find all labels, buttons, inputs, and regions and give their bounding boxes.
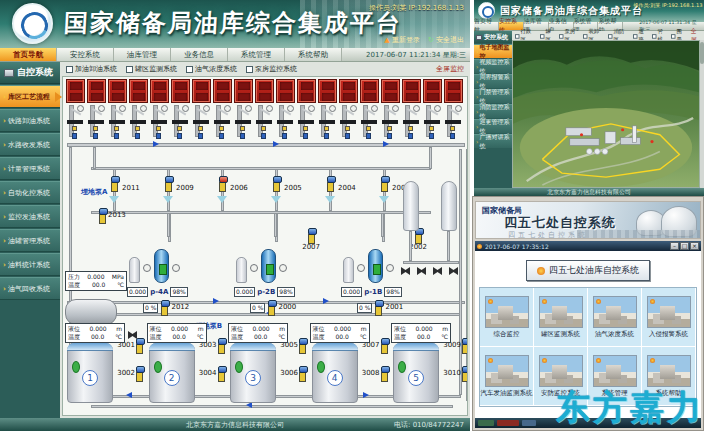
- sidebar-item[interactable]: › 周界报警系统: [474, 74, 512, 88]
- sidebar-item[interactable]: › 广播对讲系统: [474, 134, 512, 148]
- loading-arm[interactable]: [150, 105, 169, 143]
- loading-arm[interactable]: [255, 105, 274, 143]
- taskbar-item[interactable]: [522, 420, 536, 426]
- manual-valve-icon[interactable]: [417, 267, 426, 275]
- close-button[interactable]: [690, 242, 699, 250]
- map-scrollbar[interactable]: [700, 40, 704, 188]
- layer-checkbox[interactable]: 油气浓度系统: [186, 64, 237, 74]
- loading-arm[interactable]: [276, 105, 295, 143]
- loading-arm[interactable]: [66, 105, 85, 143]
- loading-arm[interactable]: [192, 105, 211, 143]
- loading-arm[interactable]: [297, 105, 316, 143]
- nav-tab[interactable]: 首页导航: [0, 48, 57, 61]
- sidebar-item[interactable]: › 消防监控系统: [474, 104, 512, 118]
- layer-checkbox[interactable]: 加油卸油系统: [66, 64, 117, 74]
- discharge-valve[interactable]: 0 % 2012: [143, 299, 189, 316]
- motor-valve[interactable]: 2006: [215, 169, 245, 211]
- nav-tab[interactable]: 系统管理: [228, 48, 285, 61]
- checkbox-icon[interactable]: [540, 33, 545, 38]
- nav-tab[interactable]: 首页导航: [474, 22, 499, 30]
- checkbox-icon[interactable]: [652, 33, 657, 38]
- side-valve[interactable]: 2007: [302, 227, 320, 251]
- relogin-link[interactable]: ▲ 重新登录: [384, 35, 420, 45]
- checkbox-icon[interactable]: [671, 33, 676, 38]
- taskbar-item[interactable]: [478, 420, 494, 426]
- loading-arm[interactable]: [381, 105, 400, 143]
- checkbox-icon[interactable]: [559, 33, 564, 38]
- sidebar-item[interactable]: › 铁路卸油系统: [0, 109, 60, 132]
- nav-tab[interactable]: 系统帮助: [285, 48, 342, 61]
- storage-tank-unit[interactable]: 液位0.000m 温度00.0℃ 4 3007: [310, 323, 388, 416]
- tank-outlet-valve[interactable]: 3006: [280, 365, 306, 382]
- fullscreen-link[interactable]: 全屏监控: [436, 64, 464, 74]
- checkbox-icon[interactable]: [515, 33, 520, 38]
- nav-tab[interactable]: 油库管理: [114, 48, 171, 61]
- sidebar-item[interactable]: › 电子地图监控: [474, 44, 512, 58]
- sidebar-item[interactable]: › 油气回收系统: [0, 277, 60, 300]
- maximize-button[interactable]: [680, 242, 689, 250]
- loading-arm[interactable]: [423, 105, 442, 143]
- sidebar-item[interactable]: › 油罐管理系统: [0, 229, 60, 252]
- system-tile[interactable]: 入侵报警系统: [642, 288, 696, 347]
- checkbox-icon[interactable]: [186, 66, 193, 73]
- sidebar-item[interactable]: › 自动化控系统: [0, 181, 60, 204]
- storage-tank-unit[interactable]: 液位0.000m 温度00.0℃ 5 3009: [391, 323, 468, 416]
- taskbar-item[interactable]: [497, 420, 519, 426]
- discharge-valve[interactable]: 0 % 2001: [357, 299, 403, 316]
- loading-arm[interactable]: [171, 105, 190, 143]
- tank-outlet-valve[interactable]: 3008: [362, 365, 388, 382]
- checkbox-icon[interactable]: [583, 33, 588, 38]
- pump-station[interactable]: 0.000 p-4A 98% 0 % 2012: [127, 225, 213, 317]
- loading-arm[interactable]: [213, 105, 232, 143]
- sidebar-item[interactable]: › 门禁管理系统: [474, 89, 512, 103]
- loading-arm[interactable]: [234, 105, 253, 143]
- depot-system-button[interactable]: 四五七处油库自控系统: [526, 260, 650, 281]
- layer-checkbox[interactable]: 罐区监测系统: [126, 64, 177, 74]
- sidebar-item[interactable]: › 库区工艺流程: [0, 85, 60, 108]
- loading-arm[interactable]: [318, 105, 337, 143]
- sidebar-item[interactable]: › 水路收发系统: [0, 133, 60, 156]
- system-tile[interactable]: 汽车发油监测系统: [480, 347, 534, 406]
- motor-valve[interactable]: 2013: [99, 207, 126, 224]
- nav-tab[interactable]: 安控系统: [57, 48, 114, 61]
- manual-valve-icon[interactable]: [449, 267, 458, 275]
- terrain-map-view[interactable]: [512, 40, 700, 188]
- minimize-button[interactable]: [670, 242, 679, 250]
- sidebar-item[interactable]: › 计量管理系统: [0, 157, 60, 180]
- checkbox-icon[interactable]: [126, 66, 133, 73]
- motor-valve[interactable]: 2005: [269, 169, 299, 211]
- pump-station[interactable]: 2007 0.000 p-2B: [234, 225, 320, 317]
- checkbox-icon[interactable]: [608, 33, 613, 38]
- loading-arm[interactable]: [360, 105, 379, 143]
- loading-arm[interactable]: [339, 105, 358, 143]
- loading-arm[interactable]: [444, 105, 463, 143]
- tank-outlet-valve[interactable]: 3010: [443, 365, 468, 382]
- sidebar-item[interactable]: › 监控发油系统: [0, 205, 60, 228]
- sidebar-item[interactable]: › 油料统计系统: [0, 253, 60, 276]
- manual-valve-icon[interactable]: [433, 267, 442, 275]
- system-tile[interactable]: 油气浓度系统: [588, 288, 642, 347]
- motor-valve[interactable]: 2004: [323, 169, 353, 211]
- storage-tank-unit[interactable]: 液位0.000m 温度00.0℃ 3 3005: [228, 323, 306, 416]
- storage-tank-unit[interactable]: 液位0.000m 温度00.0℃ 1 3001: [65, 323, 143, 416]
- sidebar-item[interactable]: › 巡更管理系统: [474, 119, 512, 133]
- loading-arm[interactable]: [108, 105, 127, 143]
- tank-outlet-valve[interactable]: 3004: [199, 365, 225, 382]
- checkbox-icon[interactable]: [633, 33, 638, 38]
- checkbox-icon[interactable]: [246, 66, 253, 73]
- sidebar-item[interactable]: › 视频监控系统: [474, 59, 512, 73]
- loading-arm[interactable]: [129, 105, 148, 143]
- nav-tab[interactable]: 业务信息: [171, 48, 228, 61]
- storage-tank-unit[interactable]: 液位0.000m 温度00.0℃ 2 3003: [147, 323, 225, 416]
- discharge-valve[interactable]: 0 % 2000: [250, 299, 296, 316]
- manual-valve-icon[interactable]: [401, 267, 410, 275]
- loading-arm[interactable]: [87, 105, 106, 143]
- system-tile[interactable]: 罐区监测系统: [534, 288, 588, 347]
- logout-link[interactable]: ↻ 安全退出: [428, 35, 464, 45]
- tank-outlet-valve[interactable]: 3002: [117, 365, 143, 382]
- motor-valve[interactable]: 2009: [161, 169, 191, 211]
- layer-checkbox[interactable]: 泵房监控系统: [246, 64, 297, 74]
- checkbox-icon[interactable]: [66, 66, 73, 73]
- system-tile[interactable]: 综合监控: [480, 288, 534, 347]
- loading-arm[interactable]: [402, 105, 421, 143]
